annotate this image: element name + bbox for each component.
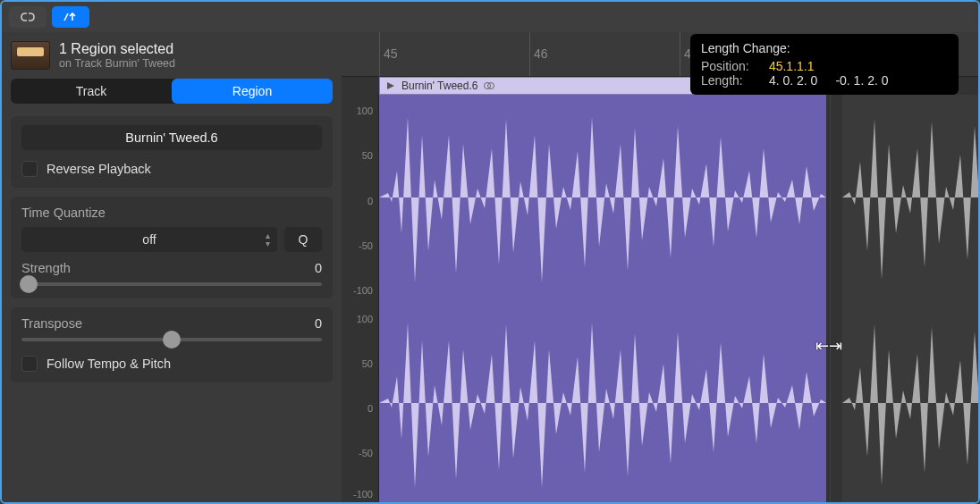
y-tick: -100	[353, 489, 373, 500]
stereo-icon	[483, 81, 495, 90]
chevron-updown-icon: ▴▾	[266, 231, 270, 248]
tooltip-length-value: 4. 0. 2. 0	[769, 73, 817, 88]
y-tick: 100	[357, 314, 373, 324]
link-toggle-button[interactable]	[9, 6, 46, 28]
resize-cursor-icon: ⇤⇥	[815, 336, 842, 356]
transpose-value: 0	[315, 316, 322, 331]
inspector-title: 1 Region selected	[59, 41, 175, 57]
length-change-tooltip: Length Change: Position: 45.1.1.1 Length…	[690, 34, 959, 95]
tooltip-delta-value: -0. 1. 2. 0	[835, 73, 888, 88]
tooltip-title: Length Change:	[701, 41, 948, 55]
inspector-panel: 1 Region selected on Track Burnin' Tweed…	[2, 32, 342, 502]
waveform-selected	[379, 95, 826, 502]
play-icon	[385, 81, 396, 90]
catch-playhead-button[interactable]	[52, 6, 89, 28]
ruler-tick: 46	[529, 32, 548, 76]
timeline-area[interactable]: 45 46 47 Burnin' Tweed.6 100 50 0 -50 -1…	[342, 32, 978, 502]
top-toolbar	[2, 2, 978, 32]
tooltip-position-label: Position:	[701, 59, 765, 73]
reverse-playback-checkbox[interactable]	[21, 161, 38, 177]
waveform-unselected	[842, 95, 978, 502]
quantize-button[interactable]: Q	[284, 227, 322, 252]
transpose-label: Transpose	[21, 316, 82, 331]
y-tick: 0	[368, 403, 373, 414]
strength-label: Strength	[21, 261, 71, 275]
y-tick: 50	[362, 150, 373, 161]
tab-track[interactable]: Track	[11, 79, 172, 104]
y-tick: 100	[357, 105, 373, 116]
follow-tempo-checkbox[interactable]	[21, 356, 38, 372]
track-thumbnail	[11, 41, 50, 70]
y-tick: 50	[362, 358, 373, 369]
strength-value: 0	[315, 261, 322, 275]
y-tick: -50	[359, 448, 373, 458]
time-quantize-dropdown[interactable]: off ▴▾	[21, 227, 277, 252]
follow-tempo-label: Follow Tempo & Pitch	[46, 357, 171, 371]
tooltip-length-label: Length:	[701, 73, 765, 88]
y-tick: -100	[353, 285, 373, 296]
tab-region[interactable]: Region	[172, 79, 333, 104]
region-header-name: Burnin' Tweed.6	[401, 80, 477, 92]
region-name-field[interactable]: Burnin' Tweed.6	[21, 125, 322, 150]
tooltip-position-value: 45.1.1.1	[769, 59, 815, 73]
link-icon	[19, 11, 37, 23]
transpose-slider[interactable]	[21, 338, 322, 341]
inspector-subtitle: on Track Burnin' Tweed	[59, 57, 175, 70]
inspector-tab-switch[interactable]: Track Region	[11, 79, 333, 104]
strength-slider[interactable]	[21, 282, 322, 286]
time-quantize-value: off	[142, 232, 156, 247]
amplitude-axis: 100 50 0 -50 -100 100 50 0 -50 -100	[342, 95, 379, 502]
y-tick: 0	[368, 196, 373, 206]
audio-region[interactable]	[379, 95, 826, 502]
transpose-slider-thumb[interactable]	[163, 331, 181, 349]
ruler-tick: 45	[379, 32, 398, 76]
strength-slider-thumb[interactable]	[20, 275, 38, 293]
time-quantize-label: Time Quantize	[21, 206, 322, 220]
adjacent-region[interactable]	[842, 95, 978, 502]
y-tick: -50	[359, 240, 373, 251]
reverse-playback-label: Reverse Playback	[46, 162, 151, 176]
svg-marker-0	[387, 82, 394, 89]
catch-icon	[62, 11, 80, 23]
